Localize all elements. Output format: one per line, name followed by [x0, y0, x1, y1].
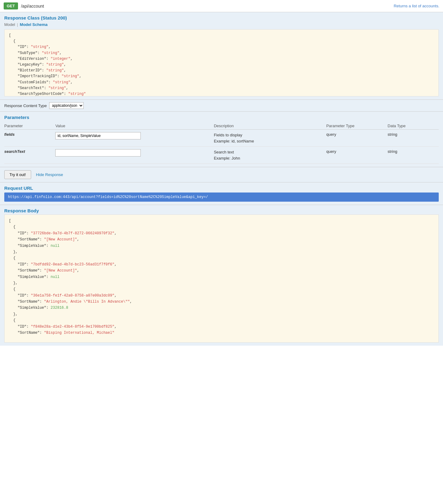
schema-box[interactable]: [ { "ID": "string", "SubType": "string",… — [4, 29, 439, 96]
tab-divider: | — [17, 22, 18, 27]
parameters-title: Parameters — [4, 115, 439, 120]
request-url-box[interactable]: https://api.finfolio.com:443/api/account… — [4, 193, 439, 202]
response-body-section: Response Body [ { "ID": "37726bde-9a7d-4… — [0, 205, 443, 346]
param-desc-searchtext: Search textExample: John — [214, 147, 326, 164]
model-schema-tab[interactable]: Model Schema — [20, 22, 48, 27]
param-datatype-fields: string — [388, 130, 439, 147]
param-desc-fields: Fields to displayExample: id, sortName — [214, 130, 326, 147]
param-name-fields: fields — [4, 130, 55, 147]
content-type-select[interactable]: application/json — [49, 102, 84, 109]
response-body-box[interactable]: [ { "ID": "37726bde-9a7d-4b7f-8272-06624… — [4, 214, 439, 343]
col-header-data-type: Data Type — [388, 122, 439, 130]
table-row: searchText Search textExample: John quer… — [4, 147, 439, 164]
endpoint-info: GET /api/account — [4, 2, 44, 9]
param-type-fields: query — [326, 130, 388, 147]
searchtext-input[interactable] — [55, 149, 141, 157]
request-url-title: Request URL — [4, 185, 439, 191]
try-it-row: Try it out! Hide Response — [0, 167, 443, 182]
col-header-description: Description — [214, 122, 326, 130]
col-header-parameter-type: Parameter Type — [326, 122, 388, 130]
param-name-searchtext: searchText — [4, 147, 55, 164]
param-type-searchtext: query — [326, 147, 388, 164]
fields-input[interactable] — [55, 132, 141, 139]
request-url-section: Request URL https://api.finfolio.com:443… — [0, 182, 443, 205]
response-class-title: Response Class (Status 200) — [4, 15, 439, 20]
response-body-title: Response Body — [4, 208, 439, 213]
content-type-row: Response Content Type application/json — [0, 100, 443, 112]
endpoint-description: Returns a list of accounts. — [394, 4, 439, 8]
col-header-value: Value — [55, 122, 214, 130]
response-class-section: Response Class (Status 200) Model | Mode… — [0, 12, 443, 100]
http-method-badge: GET — [4, 2, 18, 9]
param-datatype-searchtext: string — [388, 147, 439, 164]
col-header-parameter: Parameter — [4, 122, 55, 130]
param-value-fields[interactable] — [55, 130, 214, 147]
endpoint-path: /api/account — [21, 4, 44, 9]
top-bar: GET /api/account Returns a list of accou… — [0, 0, 443, 12]
try-it-button[interactable]: Try it out! — [4, 170, 31, 179]
param-value-searchtext[interactable] — [55, 147, 214, 164]
parameters-section: Parameters Parameter Value Description P… — [0, 112, 443, 167]
table-row: fields Fields to displayExample: id, sor… — [4, 130, 439, 147]
model-tab[interactable]: Model — [4, 22, 15, 27]
parameters-table: Parameter Value Description Parameter Ty… — [4, 122, 439, 164]
content-type-label: Response Content Type — [4, 103, 47, 108]
model-tabs: Model | Model Schema — [4, 22, 439, 27]
hide-response-link[interactable]: Hide Response — [36, 172, 63, 177]
